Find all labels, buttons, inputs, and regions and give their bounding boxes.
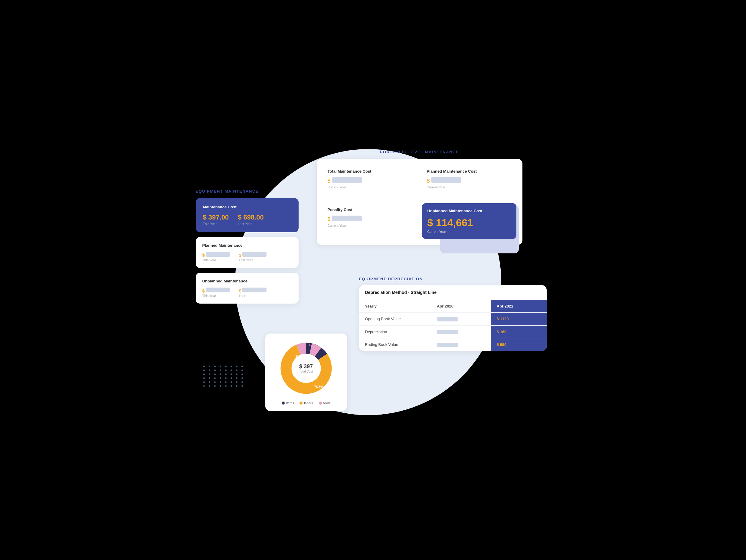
equipment-maintenance-section: EQUIPMENT MAINTENANCE Maintenance Cost $… bbox=[196, 188, 298, 308]
dot bbox=[241, 381, 243, 383]
dot bbox=[241, 365, 243, 367]
labour-legend-label: labour bbox=[304, 401, 313, 405]
portfolio-divider bbox=[317, 198, 522, 198]
dot bbox=[236, 377, 237, 379]
labour-percent-label: 78.3% bbox=[314, 385, 323, 388]
dot bbox=[209, 374, 210, 375]
donut-chart-section: 15.3% 6.4% 78.3% $ 397 Total Cost items bbox=[265, 333, 347, 411]
row-apr2020-2 bbox=[431, 338, 491, 351]
legend-tools: tools bbox=[319, 401, 331, 405]
donut-card: 15.3% 6.4% 78.3% $ 397 Total Cost items bbox=[265, 333, 347, 411]
donut-center: $ 397 Total Cost bbox=[299, 363, 313, 373]
dot bbox=[236, 385, 237, 387]
dot bbox=[241, 374, 243, 375]
dot bbox=[220, 374, 221, 375]
dot bbox=[209, 370, 210, 371]
this-year-block: $ 397.00 This Year bbox=[203, 213, 229, 226]
dot bbox=[209, 365, 210, 367]
this-year-label: This Year bbox=[203, 222, 229, 226]
unplanned-this-year-label: This Year bbox=[202, 294, 230, 298]
depreciation-section: EQUIPMENT DEPRECIATION Depreciation Meth… bbox=[359, 276, 547, 351]
penality-cost-value: $ bbox=[327, 215, 412, 223]
maintenance-cost-values: $ 397.00 This Year $ 698.00 Last Year bbox=[203, 213, 291, 226]
last-year-amount: $ 698.00 bbox=[238, 213, 264, 222]
items-percent-label: 15.3% bbox=[295, 355, 304, 358]
total-cost-title: Total Maintenance Cost bbox=[327, 169, 412, 174]
unplanned-cost-sub: Current Year bbox=[427, 230, 511, 233]
donut-label: Total Cost bbox=[299, 370, 313, 373]
legend-items: items bbox=[282, 401, 294, 405]
depreciation-label: EQUIPMENT DEPRECIATION bbox=[359, 276, 547, 282]
depreciation-row: Ending Book Value $ 960 bbox=[359, 338, 547, 351]
planned-last-year-label: Last Year bbox=[239, 258, 266, 262]
dot bbox=[236, 374, 237, 375]
dot bbox=[203, 374, 205, 375]
dot bbox=[225, 365, 227, 367]
dot bbox=[225, 377, 227, 379]
unplanned-last-year: $ Last bbox=[239, 288, 266, 298]
tools-legend-dot bbox=[319, 402, 322, 405]
dot bbox=[203, 365, 205, 367]
maintenance-cost-title: Maintenance Cost bbox=[203, 205, 291, 209]
planned-last-year: $ Last Year bbox=[239, 252, 266, 262]
dot bbox=[231, 385, 232, 387]
row-label-2: Ending Book Value bbox=[359, 338, 431, 351]
row-apr2021-2: $ 960 bbox=[491, 338, 547, 351]
tools-percent-label: 6.4% bbox=[309, 344, 315, 347]
depreciation-row: Depreciation $ 160 bbox=[359, 325, 547, 338]
items-legend-label: items bbox=[286, 401, 294, 405]
donut-chart: 15.3% 6.4% 78.3% $ 397 Total Cost bbox=[278, 340, 335, 397]
dot bbox=[236, 365, 237, 367]
donut-legend: items labour tools bbox=[271, 401, 341, 405]
col-apr2020: Apr 2020 bbox=[431, 300, 491, 313]
row-apr2020-1 bbox=[431, 325, 491, 338]
dot bbox=[203, 385, 205, 387]
row-apr2020-0 bbox=[431, 313, 491, 326]
dot-pattern: // Will be generated inline bbox=[203, 365, 245, 387]
unplanned-last-year-label: Last bbox=[239, 294, 266, 298]
dot bbox=[231, 374, 232, 375]
dot bbox=[209, 385, 210, 387]
dot bbox=[225, 381, 227, 383]
depreciation-card: Depreciation Method - Straight Line Year… bbox=[359, 285, 547, 351]
portfolio-section: PORTFOLIO LEVEL MAINTENANCE Total Mainte… bbox=[317, 149, 522, 245]
maintenance-cost-card: Maintenance Cost $ 397.00 This Year $ 69… bbox=[196, 198, 298, 232]
portfolio-grid: Total Maintenance Cost $ Current Year Pl… bbox=[317, 159, 522, 245]
planned-cost-title: Planned Maintenance Cost bbox=[427, 169, 512, 174]
total-maintenance-cost-card: Total Maintenance Cost $ Current Year bbox=[323, 165, 417, 193]
dot bbox=[220, 385, 221, 387]
planned-cost-sub: Current Year bbox=[427, 185, 512, 189]
legend-labour: labour bbox=[299, 401, 313, 405]
dot bbox=[214, 381, 216, 383]
donut-amount: $ 397 bbox=[299, 363, 313, 370]
col-yearly: Yearly bbox=[359, 300, 431, 313]
planned-this-year-label: This Year bbox=[202, 258, 230, 262]
planned-maintenance-cost-card: Planned Maintenance Cost $ Current Year bbox=[422, 165, 516, 193]
dot bbox=[209, 381, 210, 383]
dot bbox=[231, 381, 232, 383]
planned-maintenance-card: Planned Maintenance $ This Year $ Last Y… bbox=[196, 237, 298, 268]
penality-cost-sub: Current Year bbox=[327, 224, 412, 227]
total-cost-value: $ bbox=[327, 177, 412, 184]
dot bbox=[214, 365, 216, 367]
depreciation-table: Yearly Apr 2020 Apr 2021 Opening Book Va… bbox=[359, 300, 547, 351]
dot bbox=[220, 381, 221, 383]
planned-title: Planned Maintenance bbox=[202, 243, 292, 248]
labour-legend-dot bbox=[299, 402, 303, 405]
equipment-maintenance-label: EQUIPMENT MAINTENANCE bbox=[196, 188, 298, 194]
planned-cost-value: $ bbox=[427, 177, 512, 184]
row-label-1: Depreciation bbox=[359, 325, 431, 338]
depreciation-row: Opening Book Value $ 1120 bbox=[359, 313, 547, 326]
dot bbox=[225, 370, 227, 371]
unplanned-title: Unplanned Maintenance bbox=[202, 279, 292, 283]
dot bbox=[214, 377, 216, 379]
dot bbox=[220, 377, 221, 379]
row-label-0: Opening Book Value bbox=[359, 313, 431, 326]
dot bbox=[214, 385, 216, 387]
dot bbox=[220, 370, 221, 371]
row-apr2021-0: $ 1120 bbox=[491, 313, 547, 326]
unplanned-cost-value: $ 114,661 bbox=[427, 217, 511, 229]
dot bbox=[220, 365, 221, 367]
dot bbox=[225, 385, 227, 387]
dot bbox=[241, 377, 243, 379]
